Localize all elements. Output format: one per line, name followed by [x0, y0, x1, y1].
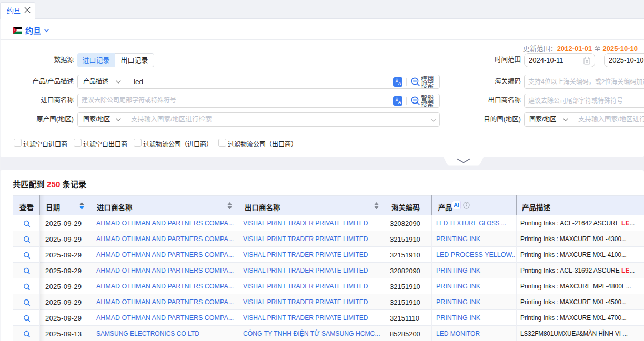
svg-text:A: A	[398, 100, 401, 105]
svg-text:A: A	[398, 81, 401, 86]
